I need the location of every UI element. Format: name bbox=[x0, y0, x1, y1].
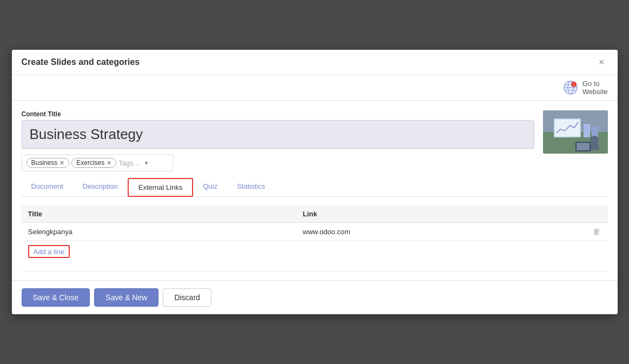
add-line-button[interactable]: Add a line bbox=[34, 248, 65, 256]
svg-rect-13 bbox=[592, 127, 598, 137]
modal-header: Create Slides and categories × bbox=[12, 50, 618, 75]
add-line-wrapper: Add a line bbox=[28, 245, 70, 258]
globe-icon: ! bbox=[563, 80, 578, 95]
row-title-cell: Selengkpanya bbox=[22, 223, 296, 241]
external-links-table: Title Link Selengkpanya www.odoo.com 🗑 bbox=[22, 206, 608, 241]
tab-statistics[interactable]: Statistics bbox=[227, 178, 275, 197]
tabs-container: Document Description External Links Quiz… bbox=[22, 178, 608, 197]
table-row: Selengkpanya www.odoo.com 🗑 bbox=[22, 223, 608, 241]
svg-rect-15 bbox=[590, 144, 599, 150]
tag-business-label: Business bbox=[31, 159, 58, 167]
svg-point-14 bbox=[590, 136, 599, 144]
col-title: Title bbox=[22, 206, 296, 223]
row-delete-cell: 🗑 bbox=[586, 223, 608, 241]
table-header-row: Title Link bbox=[22, 206, 608, 223]
modal-overlay: Create Slides and categories × ! Go to W… bbox=[0, 0, 629, 364]
tag-business-remove[interactable]: ✕ bbox=[59, 160, 64, 167]
tab-description-label: Description bbox=[83, 182, 118, 190]
tabs: Document Description External Links Quiz… bbox=[22, 178, 608, 196]
modal-dialog: Create Slides and categories × ! Go to W… bbox=[12, 50, 618, 314]
tab-document-label: Document bbox=[31, 182, 63, 190]
tag-exercises-remove[interactable]: ✕ bbox=[107, 160, 111, 167]
save-close-button[interactable]: Save & Close bbox=[22, 288, 90, 307]
go-to-website-link[interactable]: ! Go to Website bbox=[563, 80, 608, 96]
tab-external-links-label: External Links bbox=[138, 183, 183, 191]
table-head: Title Link bbox=[22, 206, 608, 223]
col-actions bbox=[586, 206, 608, 223]
tab-statistics-label: Statistics bbox=[237, 182, 265, 190]
modal-body: Content Title Business ✕ Exercises ✕ Tag… bbox=[12, 101, 618, 280]
tab-quiz[interactable]: Quiz bbox=[193, 178, 227, 197]
svg-rect-12 bbox=[584, 124, 590, 137]
svg-rect-17 bbox=[577, 143, 590, 150]
modal-footer: Save & Close Save & New Discard bbox=[12, 280, 618, 314]
content-thumbnail bbox=[543, 110, 608, 154]
tag-exercises: Exercises ✕ bbox=[71, 158, 116, 168]
thumbnail-image bbox=[543, 110, 608, 154]
table-body: Selengkpanya www.odoo.com 🗑 bbox=[22, 223, 608, 241]
tab-document[interactable]: Document bbox=[22, 178, 73, 197]
modal-title: Create Slides and categories bbox=[22, 57, 140, 67]
close-button[interactable]: × bbox=[595, 56, 608, 68]
tags-row[interactable]: Business ✕ Exercises ✕ Tags... ▼ bbox=[22, 154, 173, 171]
row-link-cell: www.odoo.com bbox=[296, 223, 586, 241]
save-new-button[interactable]: Save & New bbox=[94, 288, 158, 307]
col-link: Link bbox=[296, 206, 586, 223]
tag-exercises-label: Exercises bbox=[76, 159, 104, 167]
content-title-input[interactable] bbox=[22, 120, 534, 149]
content-left: Content Title Business ✕ Exercises ✕ Tag… bbox=[22, 110, 534, 171]
go-to-website-label: Go to Website bbox=[582, 80, 608, 96]
svg-text:!: ! bbox=[573, 83, 574, 87]
delete-row-icon[interactable]: 🗑 bbox=[593, 227, 600, 236]
discard-button[interactable]: Discard bbox=[163, 288, 211, 307]
tags-dropdown-arrow[interactable]: ▼ bbox=[144, 160, 149, 166]
tag-business: Business ✕ bbox=[27, 158, 70, 168]
content-row: Content Title Business ✕ Exercises ✕ Tag… bbox=[22, 110, 608, 171]
tags-placeholder: Tags... bbox=[118, 159, 139, 167]
modal-toolbar: ! Go to Website bbox=[12, 75, 618, 101]
tab-description[interactable]: Description bbox=[73, 178, 128, 197]
separator bbox=[22, 271, 608, 272]
tab-external-links[interactable]: External Links bbox=[128, 178, 194, 197]
table-section: Title Link Selengkpanya www.odoo.com 🗑 bbox=[22, 206, 608, 262]
tab-quiz-label: Quiz bbox=[203, 182, 217, 190]
content-title-label: Content Title bbox=[22, 110, 534, 118]
